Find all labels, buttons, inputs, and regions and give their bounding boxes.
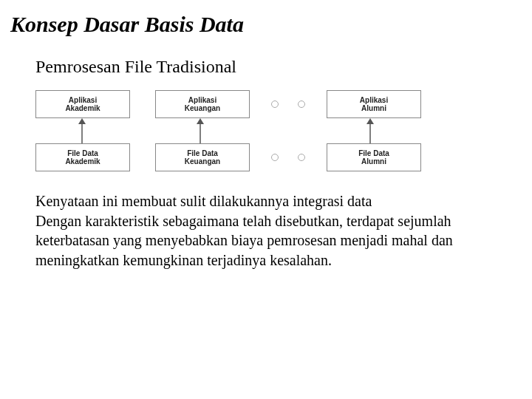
diagram-box-file-keuangan: File Data Keuangan xyxy=(155,143,250,171)
box-label: Alumni xyxy=(361,157,386,166)
arrow-up-icon xyxy=(35,118,129,143)
spacer xyxy=(130,91,155,117)
diagram-box-app-akademik: Aplikasi Akademik xyxy=(35,90,130,118)
dot-icon xyxy=(298,154,305,161)
box-label: Aplikasi xyxy=(360,96,388,105)
section-heading: Pemrosesan File Tradisional xyxy=(35,57,236,77)
svg-marker-1 xyxy=(78,118,86,124)
spacer xyxy=(130,144,155,171)
spacer xyxy=(247,118,324,143)
svg-marker-3 xyxy=(197,118,204,124)
diagram-box-app-keuangan: Aplikasi Keuangan xyxy=(155,90,250,118)
box-label: Alumni xyxy=(361,104,386,113)
box-label: Akademik xyxy=(65,104,100,113)
diagram-arrow-row xyxy=(35,118,488,143)
box-label: Aplikasi xyxy=(69,96,97,105)
page-title: Konsep Dasar Basis Data xyxy=(10,12,244,37)
diagram-top-row: Aplikasi Akademik Aplikasi Keuangan Apli… xyxy=(35,90,488,118)
box-label: Aplikasi xyxy=(188,96,216,105)
box-label: Keuangan xyxy=(185,157,220,166)
box-label: Keuangan xyxy=(185,104,220,113)
diagram: Aplikasi Akademik Aplikasi Keuangan Apli… xyxy=(35,90,488,171)
box-label: File Data xyxy=(187,149,218,158)
dot-icon xyxy=(271,100,279,108)
ellipsis-dots xyxy=(250,144,327,171)
dot-icon xyxy=(298,100,305,108)
body-paragraph: Dengan karakteristik sebagaimana telah d… xyxy=(35,211,461,270)
diagram-box-file-alumni: File Data Alumni xyxy=(327,143,421,171)
body-paragraph: Kenyataan ini membuat sulit dilakukannya… xyxy=(35,191,461,211)
dot-icon xyxy=(271,154,279,161)
diagram-box-file-akademik: File Data Akademik xyxy=(35,143,130,171)
spacer xyxy=(129,118,154,145)
svg-marker-5 xyxy=(366,118,374,124)
diagram-box-app-alumni: Aplikasi Alumni xyxy=(327,90,421,118)
box-label: File Data xyxy=(67,149,98,158)
box-label: File Data xyxy=(358,149,389,158)
arrow-up-icon xyxy=(154,118,247,143)
box-label: Akademik xyxy=(65,157,100,166)
diagram-bottom-row: File Data Akademik File Data Keuangan Fi… xyxy=(35,143,488,171)
arrow-up-icon xyxy=(324,118,417,143)
ellipsis-dots xyxy=(250,91,327,117)
